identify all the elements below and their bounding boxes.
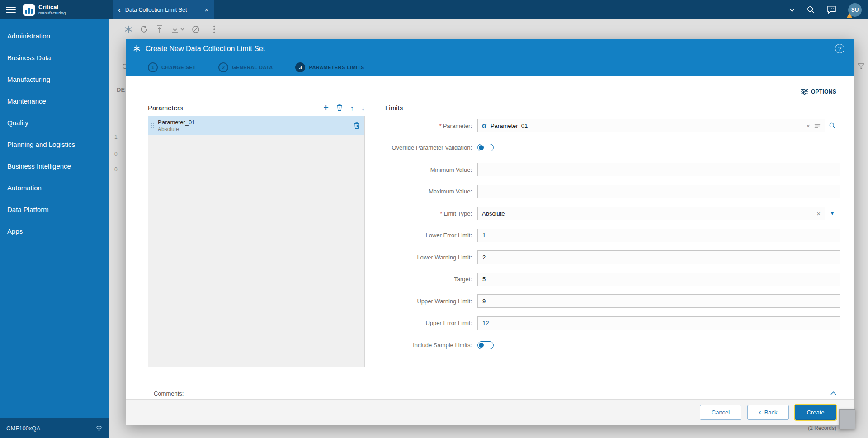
wizard-steps: 1 CHANGE SET 2 GENERAL DATA 3 PARAMETERS…	[126, 58, 854, 76]
chevron-down-icon: ▾	[831, 210, 834, 217]
move-up-button[interactable]: ↑	[350, 104, 354, 112]
drag-handle-icon[interactable]	[151, 122, 154, 129]
maximum-value-input[interactable]	[477, 185, 840, 198]
required-marker: *	[439, 122, 442, 129]
field-row-target: Target:	[379, 268, 840, 291]
environment-bar: CMF100xQA	[0, 418, 109, 438]
back-chevron-icon[interactable]: ‹	[118, 6, 121, 14]
field-row-maximum-value: Maximum Value:	[379, 181, 840, 203]
user-avatar[interactable]: SU	[848, 3, 862, 17]
chat-icon[interactable]	[827, 5, 836, 14]
sidebar-item-administration[interactable]: Administration	[0, 25, 109, 47]
remove-item-icon[interactable]	[354, 122, 360, 129]
parameters-list[interactable]: Parameter_01 Absolute	[148, 116, 365, 367]
tab-data-collection-limit-set[interactable]: ‹ Data Collection Limit Set ×	[113, 0, 214, 19]
sidebar-item-data-platform[interactable]: Data Platform	[0, 199, 109, 221]
lower-error-label: Lower Error Limit:	[379, 232, 472, 239]
field-row-upper-warning: Upper Warning Limit:	[379, 290, 840, 312]
dialog-footer: Cancel ‹ Back Create	[126, 399, 854, 425]
target-input[interactable]	[477, 273, 840, 286]
comments-label: Comments:	[154, 390, 184, 397]
field-row-upper-error: Upper Error Limit:	[379, 312, 840, 334]
connection-icon	[95, 425, 103, 431]
tab-label: Data Collection Limit Set	[125, 7, 201, 13]
back-chevron-icon: ‹	[759, 409, 761, 416]
maximum-value-label: Maximum Value:	[379, 188, 472, 195]
include-sample-limits-toggle[interactable]	[477, 341, 494, 349]
field-row-parameter: *Parameter: α Parameter_01 ×	[379, 115, 840, 137]
back-button[interactable]: ‹ Back	[747, 405, 789, 420]
sidebar-item-quality[interactable]: Quality	[0, 112, 109, 134]
sidebar-item-automation[interactable]: Automation	[0, 177, 109, 199]
wizard-asterisk-icon	[133, 45, 141, 52]
search-icon[interactable]	[807, 5, 815, 14]
close-icon[interactable]: ×	[204, 6, 208, 13]
dialog-header: Create New Data Collection Limit Set ?	[126, 39, 854, 58]
move-down-button[interactable]: ↓	[362, 104, 365, 112]
parameter-limit-type: Absolute	[158, 126, 354, 132]
override-validation-toggle[interactable]	[477, 144, 494, 151]
list-item-parameter-01[interactable]: Parameter_01 Absolute	[148, 116, 364, 135]
chevron-up-icon[interactable]	[830, 391, 836, 395]
lower-error-input[interactable]	[477, 229, 840, 242]
sidebar-item-apps[interactable]: Apps	[0, 221, 109, 242]
step-general-data[interactable]: 2 GENERAL DATA	[218, 62, 273, 72]
sidebar-item-planning-logistics[interactable]: Planning and Logistics	[0, 134, 109, 155]
step-change-set[interactable]: 1 CHANGE SET	[148, 62, 196, 72]
upper-warning-input[interactable]	[477, 294, 840, 308]
step-connector	[201, 67, 213, 67]
step-parameters-limits[interactable]: 3 PARAMETERS LIMITS	[295, 62, 364, 72]
create-button[interactable]: Create	[795, 405, 836, 420]
clear-icon[interactable]: ×	[816, 210, 821, 217]
lower-warning-label: Lower Warning Limit:	[379, 254, 472, 261]
comments-section[interactable]: Comments:	[126, 387, 854, 399]
upper-error-input[interactable]	[477, 316, 840, 330]
field-row-override-validation: Override Parameter Validation:	[379, 137, 840, 159]
sidebar-item-manufacturing[interactable]: Manufacturing	[0, 69, 109, 90]
add-parameter-button[interactable]: +	[323, 103, 329, 112]
upper-warning-label: Upper Warning Limit:	[379, 298, 472, 305]
field-row-minimum-value: Minimum Value:	[379, 159, 840, 181]
limit-type-select[interactable]: Absolute ×	[477, 207, 825, 220]
menu-icon[interactable]	[6, 5, 16, 15]
field-row-lower-error: Lower Error Limit:	[379, 225, 840, 247]
chevron-down-icon[interactable]	[789, 8, 795, 12]
required-marker: *	[440, 210, 442, 217]
floating-widget	[839, 409, 855, 429]
parameter-label: Parameter:	[443, 122, 472, 129]
options-button[interactable]: OPTIONS	[801, 89, 836, 95]
options-label: OPTIONS	[811, 89, 836, 95]
logo-icon	[23, 4, 35, 16]
environment-label: CMF100xQA	[6, 425, 40, 432]
field-row-lower-warning: Lower Warning Limit:	[379, 246, 840, 268]
dialog-title: Create New Data Collection Limit Set	[146, 45, 265, 53]
upper-error-label: Upper Error Limit:	[379, 320, 472, 326]
user-initials: SU	[851, 7, 859, 13]
create-limit-set-dialog: Create New Data Collection Limit Set ? 1…	[126, 39, 854, 425]
limit-type-label: Limit Type:	[443, 210, 472, 217]
parameter-input[interactable]: α Parameter_01 ×	[477, 119, 825, 132]
logo-subtitle: manufacturing	[38, 11, 66, 15]
sliders-icon	[801, 89, 808, 95]
parameter-search-button[interactable]	[825, 119, 840, 132]
delete-parameter-button[interactable]	[336, 104, 343, 111]
limits-panel: Limits *Parameter: α Parameter_01 ×	[379, 104, 840, 356]
sidebar-item-business-intelligence[interactable]: Business Intelligence	[0, 155, 109, 177]
step-number: 3	[295, 62, 305, 72]
override-validation-label: Override Parameter Validation:	[379, 144, 472, 151]
lower-warning-input[interactable]	[477, 250, 840, 264]
step-label: CHANGE SET	[161, 65, 196, 70]
field-row-limit-type: *Limit Type: Absolute × ▾	[379, 203, 840, 225]
parameters-panel: Parameters + ↑ ↓ Parameter_01	[148, 102, 365, 367]
sidebar-item-maintenance[interactable]: Maintenance	[0, 90, 109, 112]
help-icon[interactable]: ?	[835, 44, 844, 53]
sidebar-item-business-data[interactable]: Business Data	[0, 47, 109, 69]
limit-type-dropdown-button[interactable]: ▾	[825, 207, 840, 220]
clear-icon[interactable]: ×	[806, 122, 810, 129]
minimum-value-input[interactable]	[477, 163, 840, 176]
cancel-button[interactable]: Cancel	[700, 405, 741, 420]
field-row-include-sample: Include Sample Limits:	[379, 334, 840, 356]
limit-type-value: Absolute	[482, 210, 812, 217]
browse-list-icon[interactable]	[814, 123, 821, 129]
step-label: GENERAL DATA	[232, 65, 273, 70]
